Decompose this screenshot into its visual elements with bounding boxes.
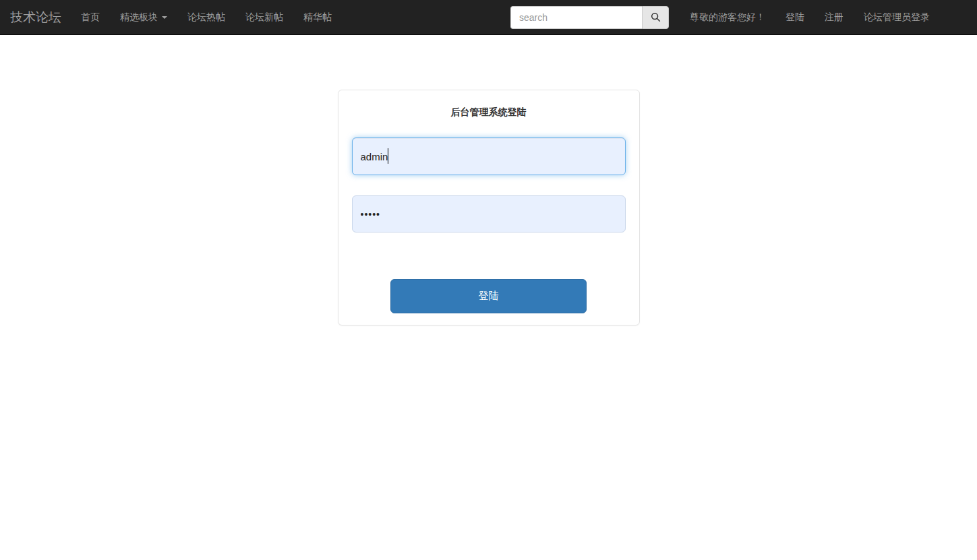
caret-down-icon [162, 16, 167, 19]
search-input[interactable] [510, 6, 642, 29]
nav-item-featured-boards[interactable]: 精选板块 [110, 0, 177, 34]
login-submit-button[interactable]: 登陆 [390, 279, 587, 313]
main-content: 后台管理系统登陆 登陆 [0, 90, 977, 325]
nav-item-hot-posts[interactable]: 论坛热帖 [177, 0, 235, 34]
search-form [510, 6, 669, 29]
top-navbar: 技术论坛 首页 精选板块 论坛热帖 论坛新帖 精华帖 [0, 0, 977, 35]
password-field-wrap [352, 195, 626, 232]
password-input[interactable] [352, 195, 626, 232]
nav-item-home[interactable]: 首页 [71, 0, 110, 34]
nav-item-label: 精华帖 [303, 11, 332, 24]
main-nav: 首页 精选板块 论坛热帖 论坛新帖 精华帖 [71, 0, 342, 34]
nav-item-digest-posts[interactable]: 精华帖 [293, 0, 342, 34]
guest-greeting-label: 尊敬的游客您好！ [690, 11, 765, 24]
nav-item-label: 首页 [81, 11, 100, 24]
panel-title: 后台管理系统登陆 [352, 106, 626, 117]
guest-greeting: 尊敬的游客您好！ [680, 0, 775, 34]
nav-item-label: 注册 [825, 11, 843, 24]
nav-item-label: 论坛新帖 [245, 11, 283, 24]
user-nav: 尊敬的游客您好！ 登陆 注册 论坛管理员登录 [680, 0, 940, 34]
nav-item-label: 登陆 [786, 11, 804, 24]
admin-login-panel: 后台管理系统登陆 登陆 [338, 90, 640, 325]
text-cursor [388, 148, 388, 164]
search-button[interactable] [642, 6, 669, 29]
nav-item-label: 精选板块 [120, 11, 158, 24]
nav-item-admin-login[interactable]: 论坛管理员登录 [854, 0, 940, 34]
nav-item-register[interactable]: 注册 [815, 0, 854, 34]
nav-item-new-posts[interactable]: 论坛新帖 [235, 0, 293, 34]
nav-item-label: 论坛管理员登录 [864, 11, 930, 24]
username-field-wrap [352, 137, 626, 175]
nav-item-label: 论坛热帖 [187, 11, 225, 24]
brand-logo[interactable]: 技术论坛 [10, 9, 61, 26]
username-input[interactable] [352, 137, 626, 175]
search-icon [651, 12, 661, 22]
nav-item-login[interactable]: 登陆 [775, 0, 815, 34]
